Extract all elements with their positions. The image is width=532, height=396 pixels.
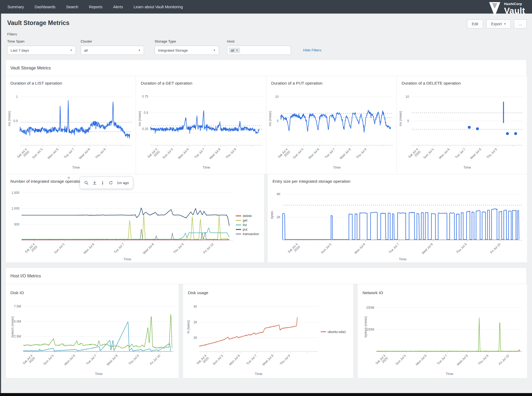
filters-label: Filters [0,28,532,36]
svg-text:4K: 4K [277,192,281,196]
delete-duration-chart[interactable]: 105Sat Jul 42020Sun Jul 5Mon Jul 6Tue Ju… [397,88,527,171]
nav-item-dashboards[interactable]: Dashboards [35,5,55,9]
svg-text:list: list [243,223,247,227]
chart-title: Duration of a GET operation [136,76,266,86]
svg-text:Time: Time [72,165,80,169]
svg-text:Time: Time [203,165,210,169]
svg-text:Fri Jul 10: Fri Jul 10 [498,354,510,366]
svg-text:Wed Jul 8: Wed Jul 8 [262,354,274,366]
chevron-down-icon: ▼ [70,49,72,52]
svg-text:Time: Time [399,257,406,261]
cluster-select[interactable]: all ▼ [81,46,144,55]
svg-text:Thu Jul 9: Thu Jul 9 [456,242,468,254]
svg-text:10: 10 [275,95,279,99]
svg-text:Fri Jul 10: Fri Jul 10 [203,242,215,254]
svg-text:Thu Jul 9: Thu Jul 9 [94,147,106,159]
svg-text:Wed Jul 8: Wed Jul 8 [142,242,155,255]
hide-filters-link[interactable]: Hide Filters [303,48,321,52]
svg-text:Sun Jul 5: Sun Jul 5 [162,147,174,160]
svg-text:Thu Jul 9: Thu Jul 9 [477,354,489,366]
svg-text:Sun Jul 5: Sun Jul 5 [212,354,224,366]
svg-text:5: 5 [407,119,409,123]
svg-text:Fri Jul 10: Fri Jul 10 [489,242,501,254]
host-chip[interactable]: all ✕ [229,48,240,53]
nav-item-learn[interactable]: Learn about Vault Monitoring [134,5,183,9]
svg-text:ms (mean): ms (mean) [7,111,11,126]
ops-by-type-chart[interactable]: 1,5001,000500Sat Jul 42020Sun Jul 5Mon J… [6,186,264,262]
download-icon[interactable] [92,181,97,185]
host-chip-value: all [231,48,234,52]
disk-usage-chart[interactable]: 302928Sat Jul 42020Sun Jul 5Mon Jul 6Tue… [183,297,353,377]
svg-text:bytes/s (mean): bytes/s (mean) [364,316,368,337]
get-duration-chart[interactable]: 0.750.50.25Sat Jul 42020Sun Jul 5Mon Jul… [136,88,266,171]
svg-text:Mon Jul 6: Mon Jul 6 [308,147,320,160]
svg-text:bytes/s (mean): bytes/s (mean) [11,316,14,337]
svg-text:Sun Jul 5: Sun Jul 5 [320,242,332,255]
host-label: Host [227,39,291,43]
edit-button[interactable]: Edit [467,19,483,28]
more-button[interactable]: ... [514,19,527,28]
nav-item-summary[interactable]: Summary [7,5,24,9]
svg-text:Mon Jul 6: Mon Jul 6 [63,354,76,366]
chart-title: Disk usage [183,284,353,295]
svg-text:Wed Jul 8: Wed Jul 8 [456,354,469,366]
time-span-value: Last 7 days [11,48,29,52]
nav-item-alerts[interactable]: Alerts [113,5,123,9]
svg-text:Tue Jul 7: Tue Jul 7 [436,354,448,366]
vault-logo: HashiCorp Vault [489,2,525,17]
filters-row: Time Span Last 7 days ▼ Cluster all ▼ St… [0,36,532,55]
svg-text:Sun Jul 5: Sun Jul 5 [43,354,55,366]
svg-text:ms (mean): ms (mean) [138,111,142,126]
svg-text:Tue Jul 7: Tue Jul 7 [193,147,205,159]
svg-text:2.5M: 2.5M [14,335,21,338]
svg-text:Time: Time [446,372,453,376]
info-icon[interactable] [100,181,105,185]
last-updated-text: 1m ago [117,181,129,185]
nav-item-search[interactable]: Search [66,5,78,9]
svg-text:29: 29 [193,320,197,324]
svg-text:28: 28 [193,336,197,340]
svg-text:Thu Jul 9: Thu Jul 9 [355,147,367,159]
svg-text:Wed Jul 8: Wed Jul 8 [209,147,221,160]
host-input[interactable]: all ✕ [227,46,291,55]
svg-text:% (latest): % (latest) [187,320,190,334]
nav-item-reports[interactable]: Reports [89,5,102,9]
svg-text:Wed Jul 8: Wed Jul 8 [78,147,91,160]
drag-handle-dot[interactable] [68,177,70,179]
svg-text:Mon Jul 6: Mon Jul 6 [354,242,366,255]
put-duration-chart[interactable]: 105Sat Jul 42020Sun Jul 5Mon Jul 6Tue Ju… [266,88,397,171]
entry-size-chart[interactable]: 4K2KSat Jul 42020Sun Jul 5Mon Jul 6Tue J… [268,186,527,262]
left-edge-divider [0,14,1,396]
chart-card-list-duration: Duration of a LIST operation 10.5Sat Jul… [6,76,136,174]
chart-card-get-duration: Duration of a GET operation 0.750.50.25S… [136,76,266,174]
svg-text:Mon Jul 6: Mon Jul 6 [83,242,95,255]
cluster-label: Cluster [81,39,144,43]
svg-text:0.25: 0.25 [142,127,149,131]
bottom-taskbar-edge [0,393,532,396]
export-button[interactable]: Export ▼ [486,19,511,28]
svg-text:Wed Jul 8: Wed Jul 8 [339,147,352,160]
svg-text:1,000: 1,000 [11,207,19,210]
svg-text:Sun Jul 5: Sun Jul 5 [292,147,304,160]
svg-text:200M: 200M [366,306,374,310]
disk-io-chart[interactable]: 7.5M5.0M2.5MSat Jul 42020Sun Jul 5Mon Ju… [6,297,179,377]
list-duration-chart[interactable]: 10.5Sat Jul 42020Sun Jul 5Mon Jul 6Tue J… [6,88,136,171]
time-span-select[interactable]: Last 7 days ▼ [7,46,76,55]
svg-text:Wed Jul 8: Wed Jul 8 [106,354,119,366]
svg-text:Thu Jul 9: Thu Jul 9 [173,242,185,254]
svg-text:delete: delete [243,214,252,218]
zoom-icon[interactable] [84,181,89,185]
svg-text:30: 30 [193,305,197,309]
svg-text:Wed Jul 8: Wed Jul 8 [421,242,434,255]
storage-type-select[interactable]: Integrated Storage ▼ [155,46,219,55]
svg-text:Tue Jul 7: Tue Jul 7 [63,147,75,159]
chart-card-disk-io: Disk IO 7.5M5.0M2.5MSat Jul 42020Sun Jul… [6,284,179,378]
chevron-down-icon: ▼ [138,49,141,52]
close-icon[interactable]: ✕ [236,49,238,52]
svg-text:Sun Jul 5: Sun Jul 5 [395,354,407,366]
svg-text:0.5: 0.5 [13,119,18,123]
svg-text:5.0M: 5.0M [14,320,21,323]
refresh-icon[interactable] [109,181,113,185]
svg-text:transaction: transaction [243,232,259,236]
network-io-chart[interactable]: 200M100MSat Jul 42020Sun Jul 5Mon Jul 6T… [358,297,527,377]
